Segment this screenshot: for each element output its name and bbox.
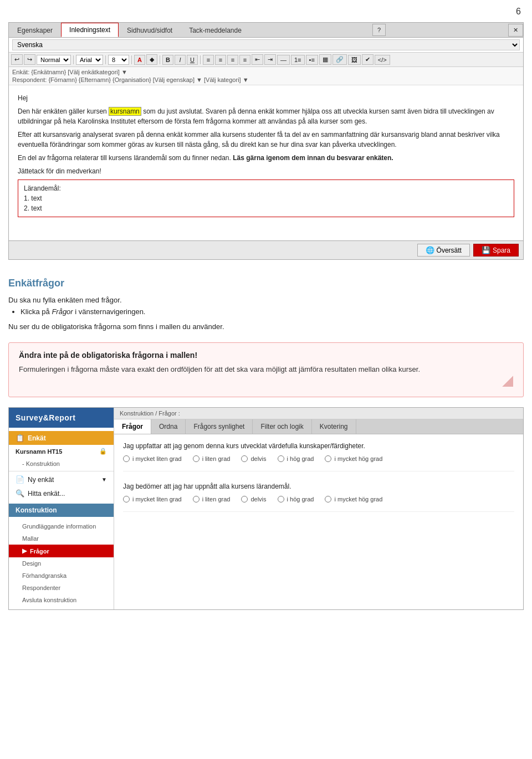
option-label-2-5: i mycket hög grad [334, 496, 382, 502]
body-para1: Den här enkäten gäller kursen kursnamn s… [18, 106, 514, 126]
sidebar-item-ny-enkät[interactable]: 📄 Ny enkät ▼ [9, 473, 114, 486]
sidebar-item-mallar[interactable]: Mallar [9, 532, 114, 545]
nav-tab-fragor[interactable]: Frågor [114, 419, 151, 434]
survey-nav-tabs: Frågor Ordna Frågors synlighet Filter oc… [114, 419, 523, 434]
editor-toolbar: ↩ ↪ Normal Arial 8 A ◆ B I U ≡ ≡ ≡ ≡ ⇤ ⇥… [9, 53, 523, 67]
tab-tack[interactable]: Tack-meddelande [181, 23, 250, 37]
sidebar-item-forhandgranska[interactable]: Förhandgranska [9, 570, 114, 582]
sidebar-item-construction-label: - Konstruktion [9, 458, 114, 470]
survey-panel: Survey&Report 📋 Enkät Kursnamn HT15 🔒 - … [8, 407, 524, 610]
group-label: Konstruktion [16, 506, 57, 514]
question-text-1: Jag uppfattar att jag genom denna kurs u… [123, 442, 514, 450]
radio-option-2-3[interactable]: delvis [241, 496, 266, 502]
source-button[interactable]: </> [375, 55, 390, 65]
language-select[interactable]: Svenska [12, 39, 520, 50]
body-para3: En del av frågorna relaterar till kursen… [18, 153, 514, 163]
ordered-list-button[interactable]: 1≡ [291, 55, 305, 65]
font-select[interactable]: Arial [76, 55, 103, 65]
bold-button[interactable]: B [162, 55, 173, 65]
question-block-1: Jag uppfattar att jag genom denna kurs u… [123, 442, 514, 471]
editor-body[interactable]: Hej Den här enkäten gäller kursen kursna… [9, 85, 523, 240]
tab-egenskaper[interactable]: Egenskaper [9, 23, 61, 37]
option-label-2-1: i mycket liten grad [132, 496, 182, 502]
hr-button[interactable]: — [277, 55, 290, 65]
underline-button[interactable]: U [187, 55, 198, 65]
size-select[interactable]: 8 [108, 55, 129, 65]
question-text-2: Jag bedömer att jag har uppnått alla kur… [123, 483, 514, 490]
table-button[interactable]: ▦ [319, 54, 331, 65]
enkät-meta: Enkät: {Enkätnamn} [Välj enkätkategori] … [12, 68, 520, 76]
radio-circle [325, 455, 331, 462]
sidebar-item-design[interactable]: Design [9, 557, 114, 570]
help-button[interactable]: ? [372, 24, 386, 36]
align-center-button[interactable]: ≡ [215, 55, 226, 65]
style-select[interactable]: Normal [37, 55, 71, 65]
grundlaggande-label: Grundläggande information [22, 523, 96, 530]
radio-option-2-1[interactable]: i mycket liten grad [123, 496, 182, 502]
image-button[interactable]: 🖼 [348, 55, 361, 65]
sidebar-item-enkät[interactable]: 📋 Enkät [9, 431, 114, 445]
radio-option-1-1[interactable]: i mycket liten grad [123, 455, 182, 462]
redo-button[interactable]: ↪ [24, 54, 35, 65]
sidebar-item-avsluta[interactable]: Avsluta konstruktion [9, 594, 114, 606]
greeting: Hej [18, 93, 514, 103]
design-label: Design [22, 560, 41, 567]
align-right-button[interactable]: ≡ [227, 55, 238, 65]
indent-decrease-button[interactable]: ⇤ [252, 54, 263, 65]
highlight-button[interactable]: ◆ [146, 54, 157, 65]
radio-option-2-4[interactable]: i hög grad [278, 496, 314, 502]
save-icon: 💾 [482, 246, 490, 254]
close-button[interactable]: ✕ [508, 24, 523, 37]
radio-option-1-2[interactable]: i liten grad [193, 455, 231, 462]
undo-button[interactable]: ↩ [11, 54, 23, 65]
forhandgranska-label: Förhandgranska [22, 572, 66, 579]
sidebar-item-course[interactable]: Kursnamn HT15 🔒 [9, 445, 114, 458]
radio-option-1-5[interactable]: i mycket hög grad [325, 455, 382, 462]
translate-button[interactable]: 🌐 Översätt [417, 244, 470, 257]
save-button[interactable]: 💾 Spara [473, 244, 519, 257]
tab-sidhuvud[interactable]: Sidhuvud/sidfot [119, 23, 181, 37]
spell-button[interactable]: ✔ [362, 54, 374, 65]
sidebar-item-grundlaggande[interactable]: Grundläggande information [9, 520, 114, 532]
option-label-2-4: i hög grad [287, 496, 314, 502]
editor-container: Egenskaper Inledningstext Sidhuvud/sidfo… [8, 22, 524, 260]
larandemal-item-1: 1. text [24, 193, 508, 203]
radio-option-2-2[interactable]: i liten grad [193, 496, 231, 502]
respondent-meta: Respondent: {Förnamn} {Efternamn} {Organ… [12, 76, 520, 84]
sidebar-item-hitta[interactable]: 🔍 Hitta enkät... [9, 486, 114, 500]
radio-option-2-5[interactable]: i mycket hög grad [325, 496, 382, 502]
unordered-list-button[interactable]: •≡ [306, 55, 318, 65]
nav-tab-ordna[interactable]: Ordna [151, 419, 186, 434]
survey-main: Konstruktion / Frågor : Frågor Ordna Frå… [114, 408, 523, 609]
option-label-1-5: i mycket hög grad [334, 455, 382, 462]
option-label-1-3: delvis [250, 455, 266, 462]
tab-inledningstext[interactable]: Inledningstext [61, 23, 119, 37]
align-left-button[interactable]: ≡ [203, 55, 214, 65]
link-button[interactable]: 🔗 [332, 54, 347, 65]
option-label-1-1: i mycket liten grad [132, 455, 182, 462]
text-color-button[interactable]: A [134, 55, 145, 65]
translate-label: Översätt [437, 247, 462, 254]
save-label: Spara [493, 247, 510, 254]
course-label: Kursnamn HT15 [16, 448, 62, 455]
indent-increase-button[interactable]: ⇥ [264, 54, 276, 65]
radio-circle [241, 455, 248, 462]
radio-circle [123, 455, 130, 462]
option-label-1-4: i hög grad [287, 455, 314, 462]
sep4 [160, 55, 160, 64]
nav-tab-kvotering[interactable]: Kvotering [312, 419, 356, 434]
nav-tab-filter[interactable]: Filter och logik [253, 419, 311, 434]
sidebar-item-respondenter[interactable]: Respondenter [9, 582, 114, 594]
radio-option-1-3[interactable]: delvis [241, 455, 266, 462]
sidebar-divider-1 [9, 471, 114, 471]
italic-button[interactable]: I [175, 55, 186, 65]
sep2 [105, 55, 106, 64]
radio-option-1-4[interactable]: i hög grad [278, 455, 314, 462]
respondenter-label: Respondenter [22, 584, 60, 591]
radio-circle [325, 496, 331, 502]
larandemal-box: Lärandemål: 1. text 2. text [18, 180, 514, 217]
nav-tab-synlighet[interactable]: Frågors synlighet [186, 419, 253, 434]
sidebar-item-fragor[interactable]: ▶ Frågor [9, 545, 114, 557]
align-justify-button[interactable]: ≡ [239, 55, 250, 65]
thanks-text: Jättetack för din medverkan! [18, 166, 514, 176]
